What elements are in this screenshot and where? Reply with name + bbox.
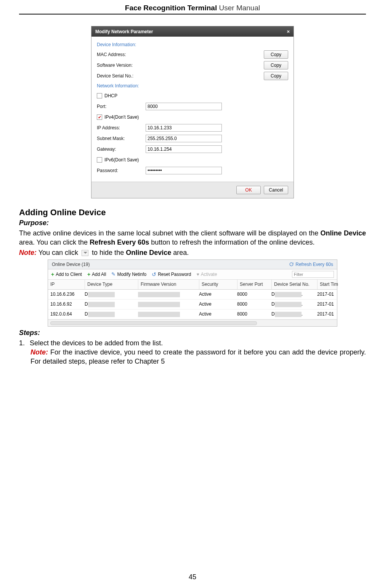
horizontal-scrollbar[interactable] [48, 319, 337, 326]
note-c: Online Device [126, 249, 171, 256]
modify-netinfo-button[interactable]: ✎Modify Netinfo [111, 271, 146, 277]
dialog-figure: Modify Network Parameter × Device Inform… [19, 26, 366, 198]
col-ip[interactable]: IP [50, 280, 85, 289]
label-gateway: Gateway: [97, 147, 146, 152]
password-input[interactable] [146, 167, 222, 174]
redacted [88, 292, 115, 297]
add-all-button[interactable]: +Add All [87, 271, 106, 277]
filter-input[interactable] [292, 271, 334, 278]
redacted [138, 302, 180, 307]
cell-firmware [138, 301, 199, 307]
copy-software-button[interactable]: Copy [264, 61, 288, 69]
redacted [88, 302, 115, 307]
page-number: 45 [0, 573, 385, 581]
col-device-type[interactable]: Device Type [85, 280, 138, 289]
step-1-note-text: For the inactive device, you need to cre… [30, 348, 366, 365]
add-to-client-button[interactable]: +Add to Client [51, 271, 82, 277]
table-row[interactable]: 10.16.6.236 D Active 8000 D. 2017-01 [48, 290, 337, 300]
label-software: Software Version: [97, 63, 146, 68]
label-ip: IP Address: [97, 125, 146, 130]
refresh-icon [289, 262, 294, 267]
online-device-panel: Online Device (19) Refresh Every 60s +Ad… [48, 259, 337, 327]
cell-security: Active [199, 311, 237, 317]
note-a: You can click [37, 249, 80, 256]
dhcp-checkbox[interactable] [97, 93, 102, 98]
cell-security: Active [199, 301, 237, 307]
note-paragraph: Note: You can click to hide the Online D… [19, 248, 366, 257]
subnet-input[interactable] [146, 135, 222, 142]
modify-network-dialog: Modify Network Parameter × Device Inform… [91, 26, 294, 198]
step-1-note: Note: For the inactive device, you need … [30, 348, 366, 366]
refresh-every-60s-button[interactable]: Refresh Every 60s [289, 262, 333, 267]
page-header: Face Recognition Terminal User Manual [19, 4, 366, 14]
gateway-input[interactable] [146, 145, 222, 153]
device-info-header: Device Information: [97, 40, 288, 50]
cancel-button[interactable]: Cancel [264, 186, 288, 194]
col-server-port[interactable]: Server Port [237, 280, 271, 289]
activate-icon: ♥ [197, 272, 199, 277]
row-ipv4save: IPv4(Don't Save) [97, 112, 288, 122]
note-b: to hide the [90, 249, 126, 256]
purpose-paragraph: The active online devices in the same lo… [19, 229, 366, 247]
network-info-header: Network Information: [97, 82, 288, 91]
header-light: User Manual [217, 4, 260, 12]
col-security[interactable]: Security [199, 280, 237, 289]
port-input[interactable] [146, 103, 222, 110]
col-firmware[interactable]: Firmware Version [138, 280, 199, 289]
ip-input[interactable] [146, 124, 222, 132]
cell-start: 2017-01 [317, 311, 340, 317]
ipv6-save-checkbox[interactable] [97, 157, 102, 163]
label-ipv4save: IPv4(Don't Save) [104, 114, 139, 120]
redacted [275, 292, 302, 297]
col-serial-no[interactable]: Device Serial No. [271, 280, 317, 289]
ok-button[interactable]: OK [236, 186, 261, 194]
online-device-figure: Online Device (19) Refresh Every 60s +Ad… [19, 259, 366, 327]
dialog-titlebar: Modify Network Parameter × [91, 26, 294, 37]
cell-device-type: D [85, 292, 138, 297]
table-row[interactable]: 192.0.0.64 D Active 8000 D. 2017-01 [48, 309, 337, 319]
purpose-label: Purpose: [19, 219, 366, 227]
copy-mac-button[interactable]: Copy [264, 50, 288, 59]
close-icon[interactable]: × [287, 29, 290, 34]
row-serial: Device Serial No.: Copy [97, 71, 288, 81]
collapse-icon[interactable] [82, 250, 88, 256]
table-row[interactable]: 10.16.6.92 D Active 8000 D. 2017-01 [48, 300, 337, 309]
p1a: The active online devices in the same lo… [19, 229, 321, 237]
step-1-number: 1. [19, 338, 30, 348]
redacted [138, 292, 180, 297]
p1b: Online Device [321, 229, 366, 237]
cell-ip: 10.16.6.92 [50, 301, 85, 307]
activate-button[interactable]: ♥Activate [197, 272, 217, 277]
label-serial: Device Serial No.: [97, 73, 146, 79]
redacted [88, 312, 115, 317]
dialog-footer: OK Cancel [91, 182, 294, 198]
copy-serial-button[interactable]: Copy [264, 72, 288, 80]
plus-icon: + [51, 271, 54, 277]
reset-password-button[interactable]: ↺Reset Password [152, 271, 191, 277]
online-device-title: Online Device (19) [52, 262, 90, 267]
note-d: area. [171, 249, 189, 256]
edit-icon: ✎ [111, 271, 116, 277]
online-device-toolbar: +Add to Client +Add All ✎Modify Netinfo … [48, 269, 337, 280]
row-ip: IP Address: [97, 123, 288, 133]
header-bold: Face Recognition Terminal [125, 4, 217, 12]
cell-start: 2017-01 [317, 301, 340, 307]
cell-security: Active [199, 292, 237, 297]
cell-ip: 10.16.6.236 [50, 292, 85, 297]
row-port: Port: [97, 101, 288, 111]
cell-device-type: D [85, 301, 138, 307]
redacted [275, 312, 302, 317]
row-ipv6save: IPv6(Don't Save) [97, 155, 288, 165]
p1c: area. You can click the [19, 238, 90, 246]
cell-ip: 192.0.0.64 [50, 311, 85, 317]
row-password: Password: [97, 166, 288, 176]
col-start-time[interactable]: Start Tim [317, 280, 340, 289]
label-port: Port: [97, 104, 146, 109]
dialog-title-text: Modify Network Parameter [95, 29, 153, 34]
refresh-label: Refresh Every 60s [295, 262, 333, 267]
ipv4-save-checkbox[interactable] [97, 114, 102, 120]
cell-device-type: D [85, 311, 138, 317]
label-dhcp: DHCP [104, 93, 117, 98]
reset-icon: ↺ [152, 271, 156, 277]
cell-port: 8000 [237, 292, 271, 297]
